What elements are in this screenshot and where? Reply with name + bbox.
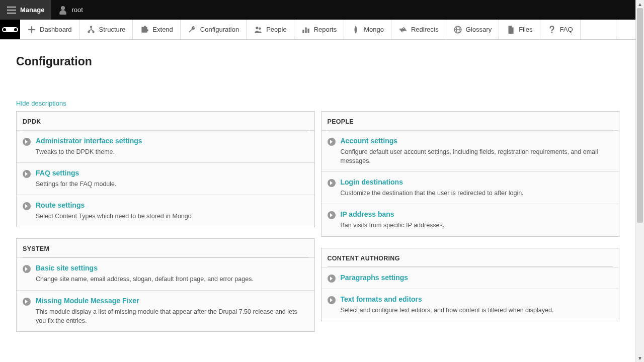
globe-icon [453,25,462,34]
config-entry-link[interactable]: Administrator interface settings [36,137,308,145]
admin-tab-mongo[interactable]: Mongo [344,20,391,39]
chevron-right-icon [23,202,31,210]
admin-tab-glossary[interactable]: Glossary [446,20,499,39]
scroll-down-icon[interactable]: ▼ [636,354,644,362]
admin-tab-label: Configuration [200,26,239,33]
admin-tab-label: Mongo [364,26,384,33]
config-entry-desc: Customize the destination that the user … [341,189,613,198]
admin-tab-files[interactable]: Files [499,20,540,39]
config-entry-link[interactable]: Login destinations [341,178,613,186]
chevron-right-icon [328,179,336,187]
config-entry: Administrator interface settingsTweaks t… [17,130,314,162]
admin-tab-label: Files [519,26,532,33]
scrollbar[interactable]: ▲ ▼ [635,0,644,362]
config-entry: Route settingsSelect Content Types which… [17,195,314,227]
config-entry-link[interactable]: Missing Module Message Fixer [36,297,308,305]
scroll-track[interactable] [636,8,644,354]
svg-point-13 [551,32,552,33]
svg-rect-9 [307,28,309,33]
config-entry-desc: Tweaks to the DPDK theme. [36,147,308,156]
config-panel: CONTENT AUTHORINGParagraphs settingsText… [321,248,620,321]
config-panel: SYSTEMBasic site settingsChange site nam… [16,238,315,331]
config-entry-link[interactable]: Text formats and editors [341,295,613,303]
user-label: root [71,6,83,14]
chevron-right-icon [23,265,31,273]
bars-icon [301,25,310,34]
config-entry-link[interactable]: Account settings [341,137,613,145]
collapse-toolbar-button[interactable] [616,20,635,39]
svg-point-4 [92,31,95,33]
page-title: Configuration [16,55,619,68]
admin-tab-label: People [266,26,286,33]
admin-tab-extend[interactable]: Extend [133,20,180,39]
question-icon [547,25,556,34]
config-entry: Account settingsConfigure default user a… [321,130,619,171]
admin-tab-label: Redirects [411,26,439,33]
config-entry: IP address bansBan visits from specific … [321,204,619,236]
config-entry-desc: Change site name, email address, slogan,… [36,275,308,284]
admin-tab-reports[interactable]: Reports [294,20,345,39]
admin-tab-redirects[interactable]: Redirects [391,20,446,39]
config-entry-desc: Settings for the FAQ module. [36,179,308,189]
config-entry-link[interactable]: Paragraphs settings [341,274,613,282]
admin-tab-structure[interactable]: Structure [79,20,133,39]
chevron-right-icon [23,138,31,146]
svg-rect-7 [302,30,304,33]
config-panel: DPDKAdministrator interface settingsTwea… [16,111,315,227]
admin-tab-dashboard[interactable]: Dashboard [20,20,79,39]
config-entry: Login destinationsCustomize the destinat… [321,171,619,204]
manage-label: Manage [20,6,44,14]
admin-tab-label: Glossary [466,26,492,33]
svg-rect-8 [305,27,306,33]
svg-point-6 [259,27,261,30]
chevron-right-icon [328,275,336,283]
config-entry-link[interactable]: IP address bans [341,210,613,218]
chevron-right-icon [328,296,336,304]
svg-point-5 [256,27,258,29]
config-entry-desc: This module display a list of missing mo… [36,307,308,325]
panel-title: CONTENT AUTHORING [321,248,619,266]
people-icon [254,25,263,34]
file-icon [506,25,515,34]
puzzle-icon [140,25,149,34]
admin-tab-configuration[interactable]: Configuration [181,20,247,39]
tree-icon [87,25,96,34]
admin-menu: DashboardStructureExtendConfigurationPeo… [0,20,635,40]
manage-button[interactable]: Manage [0,0,51,20]
config-entry-link[interactable]: Basic site settings [36,264,308,272]
config-entry: Paragraphs settings [321,267,619,289]
config-entry-desc: Configure default user account settings,… [341,147,613,165]
leaf-icon [351,25,360,34]
toolbar: Manage root [0,0,635,20]
svg-point-2 [90,26,92,28]
config-entry: FAQ settingsSettings for the FAQ module. [17,162,314,195]
admin-tab-label: Structure [99,26,126,33]
config-entry: Basic site settingsChange site name, ema… [17,257,314,290]
hide-descriptions-link[interactable]: Hide descriptions [16,100,66,107]
config-entry: Text formats and editorsSelect and confi… [321,289,619,321]
admin-tab-label: FAQ [560,26,573,33]
scroll-up-icon[interactable]: ▲ [636,0,644,8]
panel-title: DPDK [17,112,314,130]
hamburger-icon [7,7,16,14]
config-panel: PEOPLEAccount settingsConfigure default … [321,111,620,237]
admin-tab-label: Reports [314,26,337,33]
svg-rect-1 [28,29,35,30]
svg-point-3 [88,31,90,33]
config-entry-link[interactable]: FAQ settings [36,169,308,177]
admin-tab-label: Extend [152,26,173,33]
redirect-icon [398,25,408,34]
user-menu[interactable]: root [51,0,90,20]
admin-tab-faq[interactable]: FAQ [540,20,581,39]
chevron-right-icon [23,170,31,178]
admin-tab-people[interactable]: People [247,20,294,39]
brand-logo[interactable] [0,20,20,39]
config-entry: Missing Module Message FixerThis module … [17,290,314,331]
scroll-thumb[interactable] [637,8,643,223]
panel-title: PEOPLE [321,112,619,130]
brand-logo-icon [5,27,16,32]
user-icon [58,6,67,15]
config-entry-link[interactable]: Route settings [36,201,308,209]
wrench-icon [188,25,197,34]
config-entry-desc: Select and configure text editors, and h… [341,306,613,315]
